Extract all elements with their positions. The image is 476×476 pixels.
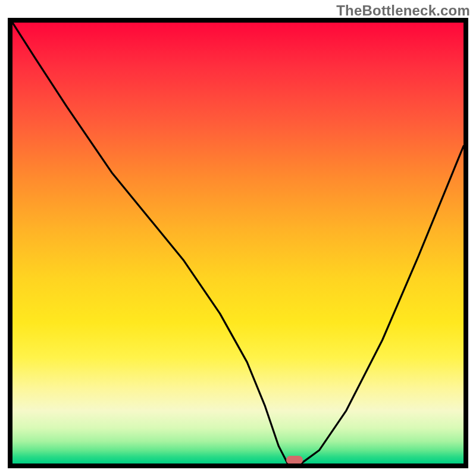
optimal-marker — [286, 456, 303, 464]
watermark-text: TheBottleneck.com — [336, 2, 470, 19]
chart-frame: TheBottleneck.com — [0, 0, 476, 476]
plot-area — [8, 18, 468, 468]
bottleneck-curve — [12, 23, 464, 464]
